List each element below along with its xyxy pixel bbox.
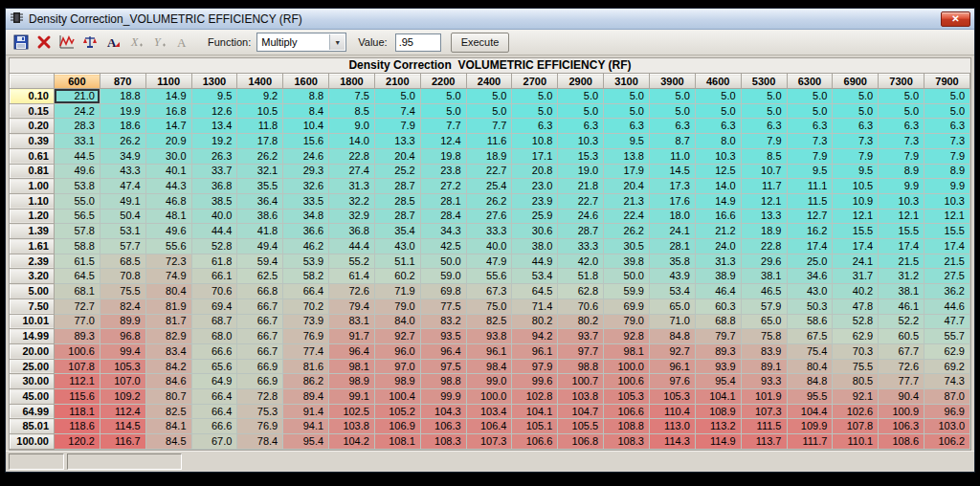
cell-2.39-870[interactable]: 68.5: [100, 254, 145, 269]
cell-0.81-1800[interactable]: 27.4: [329, 164, 375, 179]
cell-25.00-3900[interactable]: 96.1: [649, 359, 695, 374]
cell-20.00-1600[interactable]: 77.4: [283, 343, 329, 359]
cell-0.10-2400[interactable]: 5.0: [466, 89, 512, 104]
cell-25.00-2200[interactable]: 97.5: [420, 359, 466, 374]
cell-1.39-2700[interactable]: 30.6: [512, 224, 558, 239]
cell-1.00-6300[interactable]: 11.1: [787, 179, 833, 194]
cell-100.00-2900[interactable]: 106.8: [558, 434, 604, 450]
cell-1.61-1400[interactable]: 49.4: [237, 239, 283, 254]
cell-7.50-3100[interactable]: 69.9: [604, 298, 650, 314]
cell-1.00-1800[interactable]: 31.3: [329, 179, 375, 194]
cell-2.39-2900[interactable]: 42.0: [558, 254, 604, 269]
cell-5.00-870[interactable]: 75.5: [100, 284, 145, 299]
cell-1.10-2200[interactable]: 28.1: [420, 193, 466, 209]
cell-100.00-7900[interactable]: 106.2: [924, 434, 970, 450]
cell-2.39-4600[interactable]: 31.3: [695, 254, 741, 269]
cell-0.15-2900[interactable]: 5.0: [558, 103, 604, 119]
row-header-1.00[interactable]: 1.00: [11, 179, 55, 194]
cell-45.00-1300[interactable]: 66.4: [191, 389, 237, 405]
cell-1.61-6300[interactable]: 17.4: [787, 239, 833, 254]
cell-2.39-2200[interactable]: 50.0: [420, 254, 466, 269]
cell-3.20-2700[interactable]: 53.4: [512, 269, 558, 284]
cell-85.01-2700[interactable]: 105.1: [512, 419, 558, 434]
cell-100.00-1100[interactable]: 84.5: [145, 434, 191, 450]
cell-100.00-1400[interactable]: 78.4: [237, 434, 283, 450]
cell-0.10-2900[interactable]: 5.0: [558, 89, 604, 104]
cell-30.00-7900[interactable]: 74.3: [924, 374, 970, 389]
cell-1.20-3100[interactable]: 22.4: [604, 209, 650, 224]
cell-5.00-600[interactable]: 68.1: [55, 284, 100, 299]
cell-1.00-2400[interactable]: 25.4: [466, 179, 512, 194]
cell-0.61-7900[interactable]: 7.9: [924, 148, 970, 164]
cell-1.61-4600[interactable]: 24.0: [695, 239, 741, 254]
cell-5.00-2900[interactable]: 62.8: [558, 284, 604, 299]
cell-7.50-2400[interactable]: 75.0: [466, 298, 512, 314]
cell-0.10-3100[interactable]: 5.0: [604, 89, 650, 104]
cell-14.99-600[interactable]: 89.3: [55, 329, 100, 344]
cell-1.10-7300[interactable]: 10.3: [879, 193, 924, 209]
row-header-5.00[interactable]: 5.00: [11, 284, 55, 299]
cell-1.10-4600[interactable]: 14.9: [695, 193, 741, 209]
cell-64.99-2700[interactable]: 104.1: [512, 404, 558, 419]
cell-7.50-5300[interactable]: 57.9: [741, 298, 787, 314]
cell-64.99-2900[interactable]: 104.7: [558, 404, 604, 419]
cell-5.00-5300[interactable]: 46.5: [741, 284, 787, 299]
cell-64.99-6900[interactable]: 102.6: [833, 404, 879, 419]
cell-7.50-6900[interactable]: 47.8: [833, 298, 879, 314]
cell-100.00-2100[interactable]: 108.1: [374, 434, 420, 450]
cell-45.00-6300[interactable]: 95.5: [787, 389, 833, 405]
cell-14.99-6300[interactable]: 67.5: [787, 329, 833, 344]
cell-30.00-6900[interactable]: 80.5: [833, 374, 879, 389]
cell-7.50-7300[interactable]: 46.1: [879, 298, 924, 314]
cell-0.61-7300[interactable]: 7.9: [879, 148, 924, 164]
save-icon[interactable]: [11, 33, 32, 53]
cell-20.00-7900[interactable]: 62.9: [924, 343, 970, 359]
cell-0.81-7300[interactable]: 8.9: [879, 164, 924, 179]
cell-1.00-1600[interactable]: 32.6: [283, 179, 329, 194]
cell-1.20-5300[interactable]: 13.3: [741, 209, 787, 224]
cell-100.00-2200[interactable]: 108.3: [420, 434, 466, 450]
cell-7.50-2700[interactable]: 71.4: [512, 298, 558, 314]
cell-1.00-3100[interactable]: 20.4: [604, 179, 650, 194]
cell-45.00-2900[interactable]: 103.8: [558, 389, 604, 405]
cell-20.00-1400[interactable]: 66.7: [237, 343, 283, 359]
cell-10.01-2200[interactable]: 83.2: [420, 314, 466, 329]
cell-10.01-1100[interactable]: 81.7: [145, 314, 191, 329]
cell-7.50-600[interactable]: 72.7: [55, 298, 100, 314]
cell-0.39-6900[interactable]: 7.3: [833, 134, 879, 149]
close-button[interactable]: ✕: [941, 11, 970, 27]
cell-5.00-2100[interactable]: 71.9: [374, 284, 420, 299]
cell-7.50-870[interactable]: 82.4: [100, 298, 145, 314]
cell-2.39-1300[interactable]: 61.8: [191, 254, 237, 269]
graph-2d-icon[interactable]: [56, 33, 78, 53]
cell-25.00-6300[interactable]: 80.4: [787, 359, 833, 374]
cell-100.00-870[interactable]: 116.7: [100, 434, 145, 450]
cell-0.10-1100[interactable]: 14.9: [145, 89, 191, 104]
cell-0.10-3900[interactable]: 5.0: [649, 89, 695, 104]
cell-0.10-2100[interactable]: 5.0: [374, 89, 420, 104]
cell-64.99-5300[interactable]: 107.3: [741, 404, 787, 419]
cell-1.20-1800[interactable]: 32.9: [329, 209, 375, 224]
cell-1.00-1100[interactable]: 44.3: [145, 179, 191, 194]
cell-0.39-2900[interactable]: 10.3: [558, 134, 604, 149]
cell-1.39-6300[interactable]: 16.2: [787, 224, 833, 239]
cell-3.20-600[interactable]: 64.5: [55, 269, 100, 284]
cell-2.39-1800[interactable]: 55.2: [329, 254, 375, 269]
cell-5.00-1400[interactable]: 66.8: [237, 284, 283, 299]
cell-1.20-3900[interactable]: 18.0: [649, 209, 695, 224]
col-header-870[interactable]: 870: [100, 75, 145, 89]
cell-14.99-1400[interactable]: 66.7: [237, 329, 283, 344]
cell-1.39-870[interactable]: 53.1: [100, 224, 145, 239]
y-axis-icon[interactable]: Y: [148, 33, 169, 53]
cell-1.20-6300[interactable]: 12.7: [787, 209, 833, 224]
cell-1.61-3900[interactable]: 28.1: [649, 239, 695, 254]
cell-10.01-1400[interactable]: 66.7: [237, 314, 283, 329]
cell-0.10-5300[interactable]: 5.0: [741, 89, 787, 104]
cell-0.39-2100[interactable]: 13.3: [374, 134, 420, 149]
cell-1.39-2100[interactable]: 35.4: [374, 224, 420, 239]
cell-45.00-1400[interactable]: 72.8: [237, 389, 283, 405]
cell-0.39-5300[interactable]: 7.9: [741, 134, 787, 149]
cell-0.15-1600[interactable]: 8.4: [283, 103, 329, 119]
col-header-6900[interactable]: 6900: [833, 75, 879, 89]
cell-10.01-3100[interactable]: 79.0: [604, 314, 650, 329]
